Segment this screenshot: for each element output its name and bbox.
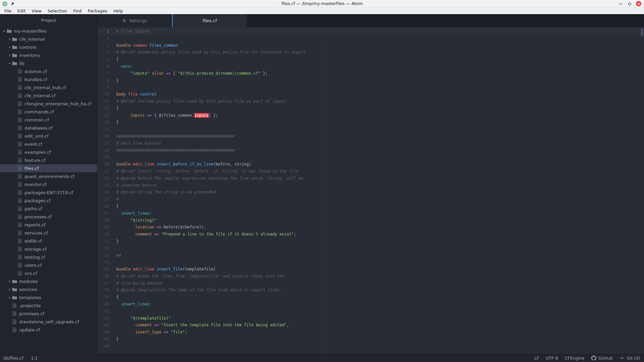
menu-packages[interactable]: Packages: [85, 8, 110, 14]
tree-file-services.cf[interactable]: services.cf: [0, 229, 97, 237]
code-line[interactable]: # @param before The regular expression m…: [113, 175, 644, 182]
code-line[interactable]: [113, 245, 644, 252]
tree-file-update.cf[interactable]: update.cf: [0, 326, 97, 334]
maximize-icon[interactable]: [627, 1, 632, 6]
code-line[interactable]: {: [113, 105, 644, 112]
pin-icon[interactable]: [10, 2, 14, 6]
tree-file-examples.cf[interactable]: examples.cf: [0, 148, 97, 156]
tree-file-feature.cf[interactable]: feature.cf: [0, 156, 97, 164]
tree-file-standalone_self_upgrade.cf[interactable]: standalone_self_upgrade.cf: [0, 318, 97, 326]
code-line[interactable]: "$(string)": [113, 217, 644, 224]
scrollbar-thumb[interactable]: [641, 28, 643, 37]
code-line[interactable]: [113, 35, 644, 42]
code-line[interactable]: # @param templatefile The name of the fi…: [113, 287, 644, 294]
code-line[interactable]: }: [113, 77, 644, 84]
code-line[interactable]: insert_lines:: [113, 301, 644, 308]
tree-file-processes.cf[interactable]: processes.cf: [0, 213, 97, 221]
code-line[interactable]: "$(templatefile)": [113, 315, 644, 322]
code-line[interactable]: location => before($(before)),: [113, 224, 644, 231]
tree-file-users.cf[interactable]: users.cf: [0, 261, 97, 269]
tree-file-storage.cf[interactable]: storage.cf: [0, 245, 97, 253]
menu-selection[interactable]: Selection: [45, 8, 70, 14]
code-line[interactable]: {: [113, 294, 644, 301]
code-line[interactable]: ########################################…: [113, 133, 644, 140]
tree-folder-my-masterfiles[interactable]: my-masterfiles: [0, 27, 97, 35]
tree-file-packages.cf[interactable]: packages.cf: [0, 196, 97, 205]
tree-file-files.cf[interactable]: files.cf: [0, 164, 97, 172]
tree-file-paths.cf[interactable]: paths.cf: [0, 205, 97, 213]
code-line[interactable]: {: [113, 56, 644, 63]
code-line[interactable]: body file control: [113, 91, 644, 98]
code-line[interactable]: bundle edit_line insert_before_if_no_lin…: [113, 161, 644, 168]
code-line[interactable]: # @brief Reads the lines from `templatef…: [113, 273, 644, 280]
status-utf-8[interactable]: UTF-8: [546, 356, 558, 361]
status-git-0-[interactable]: Git (0): [619, 356, 640, 361]
tree-file-stdlib.cf[interactable]: stdlib.cf: [0, 237, 97, 245]
menu-find[interactable]: Find: [70, 8, 85, 14]
code-line[interactable]: # @brief Insert `string` before `before`…: [113, 168, 644, 175]
tree-folder-modules[interactable]: modules: [0, 277, 97, 285]
tree-file-promises.cf[interactable]: promises.cf: [0, 310, 97, 318]
code-line[interactable]: bundle edit_line insert_file(templatefil…: [113, 266, 644, 273]
text-editor[interactable]: 1234567891011121314151617181920212223242…: [97, 27, 644, 354]
code-line[interactable]: ########################################…: [113, 147, 644, 154]
menu-edit[interactable]: Edit: [14, 8, 29, 14]
tree-folder-lib[interactable]: lib: [0, 59, 97, 67]
menu-file[interactable]: File: [1, 8, 14, 14]
code-line[interactable]: }: [113, 119, 644, 126]
code-line[interactable]: # inserted before: [113, 182, 644, 189]
menu-help[interactable]: Help: [110, 8, 126, 14]
tree-file-vcs.cf[interactable]: vcs.cf: [0, 269, 97, 277]
status-cfengine[interactable]: CFEngine: [565, 356, 585, 361]
tree-folder-services[interactable]: services: [0, 285, 97, 293]
status-lf[interactable]: LF: [534, 356, 539, 361]
code-line[interactable]: "inputs" slist => { "$(this.promise_dirn…: [113, 70, 644, 77]
code-line[interactable]: {: [113, 203, 644, 210]
code-line[interactable]: [113, 343, 644, 350]
code-line[interactable]: [113, 308, 644, 315]
code-line[interactable]: # Files bodies: [113, 28, 644, 35]
tree-file-cfengine_enterprise_hub_ha.cf[interactable]: cfengine_enterprise_hub_ha.cf: [0, 100, 97, 108]
tree-file-.projectile[interactable]: .projectile: [0, 301, 97, 310]
code-line[interactable]: insert_lines:: [113, 210, 644, 217]
tree-file-cfe_internal.cf[interactable]: cfe_internal.cf: [0, 92, 97, 100]
tree-folder-controls[interactable]: controls: [0, 43, 97, 51]
tab-settings[interactable]: Settings: [97, 14, 172, 27]
tree-file-reports.cf[interactable]: reports.cf: [0, 221, 97, 229]
status-1-1[interactable]: 1:1: [31, 356, 38, 361]
tab-files.cf[interactable]: files.cf: [172, 14, 247, 27]
code-line[interactable]: # @brief Enumerate policy files used by …: [113, 49, 644, 56]
code-line[interactable]: #: [113, 196, 644, 203]
tree-file-monitor.cf[interactable]: monitor.cf: [0, 180, 97, 188]
tree-file-cfe_internal_hub.cf[interactable]: cfe_internal_hub.cf: [0, 83, 97, 92]
tree-folder-templates[interactable]: templates: [0, 293, 97, 301]
tree-file-databases.cf[interactable]: databases.cf: [0, 124, 97, 132]
code-line[interactable]: comment => "Insert the template file int…: [113, 322, 644, 329]
code-line[interactable]: comment => "Prepend a line to the file i…: [113, 231, 644, 238]
tree-file-common.cf[interactable]: common.cf: [0, 116, 97, 124]
close-icon[interactable]: [636, 1, 641, 6]
menu-view[interactable]: View: [29, 8, 45, 14]
code-line[interactable]: inputs => { @(files_common.inputs) };: [113, 112, 644, 119]
tree-file-edit_xml.cf[interactable]: edit_xml.cf: [0, 132, 97, 140]
code-line[interactable]: [113, 154, 644, 161]
tree-file-testing.cf[interactable]: testing.cf: [0, 253, 97, 261]
tree-file-packages-ENT-3719.cf[interactable]: packages-ENT-3719.cf: [0, 188, 97, 196]
code-line[interactable]: insert_type => "file";: [113, 329, 644, 336]
tree-file-guest_environments.cf[interactable]: guest_environments.cf: [0, 172, 97, 180]
status-github[interactable]: GitHub: [591, 356, 613, 361]
tree-file-bundles.cf[interactable]: bundles.cf: [0, 75, 97, 83]
code-line[interactable]: ##: [113, 252, 644, 259]
tree-file-autorun.cf[interactable]: autorun.cf: [0, 67, 97, 75]
code-line[interactable]: vars:: [113, 63, 644, 70]
tree-file-commands.cf[interactable]: commands.cf: [0, 108, 97, 116]
code-line[interactable]: }: [113, 238, 644, 245]
code-line[interactable]: # @brief Include policy files used by th…: [113, 98, 644, 105]
code-area[interactable]: # Files bodiesbundle common files_common…: [113, 27, 644, 354]
code-line[interactable]: bundle common files_common: [113, 42, 644, 49]
tree-folder-cfe_internal[interactable]: cfe_internal: [0, 35, 97, 43]
tree-file-event.cf[interactable]: event.cf: [0, 140, 97, 148]
code-line[interactable]: }: [113, 336, 644, 343]
tree-folder-inventory[interactable]: inventory: [0, 51, 97, 59]
code-line[interactable]: [113, 84, 644, 91]
